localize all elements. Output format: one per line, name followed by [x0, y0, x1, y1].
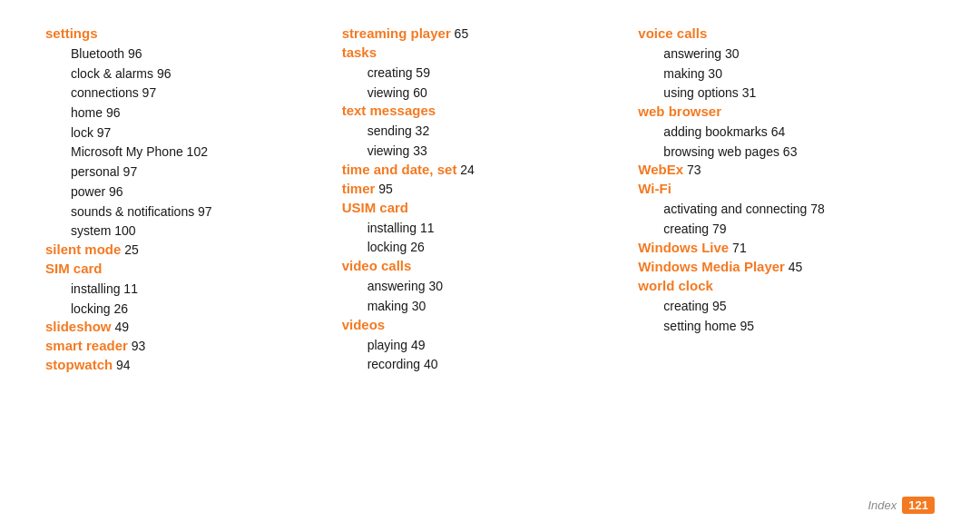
category-label: silent mode	[45, 241, 121, 257]
footer-page: 121	[902, 497, 935, 514]
category-label: Windows Media Player	[638, 259, 785, 274]
category-label: video calls	[342, 258, 412, 273]
sub-entry: installing 11	[45, 280, 324, 300]
category-label: world clock	[638, 278, 713, 293]
category-page: 24	[456, 163, 474, 177]
category-entry: smart reader 93	[45, 338, 324, 353]
category-entry: Windows Media Player 45	[638, 259, 916, 274]
category-entry: WebEx 73	[638, 162, 916, 177]
sub-entry: locking 26	[45, 300, 324, 320]
category-entry: time and date, set 24	[342, 162, 621, 177]
category-page: 25	[121, 242, 138, 257]
category-entry: videos	[342, 317, 621, 332]
category-page: 94	[113, 358, 130, 372]
sub-entry: browsing web pages 63	[638, 143, 916, 163]
column-1: settingsBluetooth 96clock & alarms 96con…	[45, 25, 342, 489]
category-label: timer	[342, 181, 376, 196]
category-entry: streaming player 65	[342, 25, 621, 41]
category-page: 45	[785, 260, 802, 274]
category-label: Wi-Fi	[638, 181, 671, 196]
category-entry: voice calls	[638, 25, 916, 41]
category-page: 71	[729, 241, 746, 255]
category-label: time and date, set	[342, 162, 457, 177]
category-page: 49	[112, 320, 129, 334]
category-entry: settings	[45, 25, 324, 41]
sub-entry: installing 11	[342, 219, 621, 239]
sub-entry: viewing 60	[342, 84, 621, 103]
category-entry: silent mode 25	[45, 241, 324, 257]
category-entry: tasks	[342, 44, 621, 60]
sub-entry: sending 32	[342, 122, 621, 142]
footer: Index 121	[45, 489, 935, 514]
category-entry: USIM card	[342, 200, 621, 215]
sub-entry: lock 97	[45, 123, 324, 143]
column-2: streaming player 65taskscreating 59viewi…	[342, 25, 639, 489]
sub-entry: Bluetooth 96	[45, 44, 324, 64]
category-entry: SIM card	[45, 261, 324, 276]
sub-entry: creating 79	[638, 220, 916, 240]
sub-entry: answering 30	[638, 44, 916, 64]
category-page: 73	[683, 163, 701, 177]
category-entry: stopwatch 94	[45, 357, 324, 372]
sub-entry: adding bookmarks 64	[638, 123, 916, 143]
sub-entry: recording 40	[342, 355, 621, 375]
index-columns: settingsBluetooth 96clock & alarms 96con…	[45, 25, 935, 489]
category-page: 93	[128, 339, 145, 353]
category-label: videos	[342, 317, 386, 332]
category-entry: timer 95	[342, 181, 621, 196]
category-entry: web browser	[638, 103, 916, 119]
sub-entry: making 30	[342, 297, 621, 317]
category-entry: slideshow 49	[45, 319, 324, 334]
category-label: stopwatch	[45, 357, 113, 372]
category-label: smart reader	[45, 338, 128, 353]
sub-entry: viewing 33	[342, 142, 621, 162]
category-label: Windows Live	[638, 240, 729, 255]
column-3: voice callsanswering 30making 30using op…	[638, 25, 935, 489]
category-entry: Wi-Fi	[638, 181, 916, 196]
category-page: 95	[375, 182, 392, 196]
page: settingsBluetooth 96clock & alarms 96con…	[0, 0, 980, 532]
sub-entry: creating 59	[342, 64, 621, 84]
category-label: settings	[45, 25, 98, 41]
sub-entry: personal 97	[45, 163, 324, 182]
category-label: SIM card	[45, 261, 103, 276]
category-label: text messages	[342, 103, 436, 118]
category-entry: Windows Live 71	[638, 240, 916, 255]
sub-entry: activating and connecting 78	[638, 200, 916, 220]
sub-entry: connections 97	[45, 84, 324, 103]
category-label: WebEx	[638, 162, 683, 177]
category-label: USIM card	[342, 200, 408, 215]
category-entry: video calls	[342, 258, 621, 273]
sub-entry: home 96	[45, 103, 324, 123]
category-page: 65	[451, 26, 468, 41]
sub-entry: using options 31	[638, 84, 916, 103]
sub-entry: making 30	[638, 64, 916, 84]
category-entry: world clock	[638, 278, 916, 293]
sub-entry: Microsoft My Phone 102	[45, 143, 324, 163]
category-entry: text messages	[342, 103, 621, 118]
category-label: web browser	[638, 103, 721, 119]
sub-entry: locking 26	[342, 238, 621, 258]
sub-entry: answering 30	[342, 277, 621, 297]
footer-label: Index	[867, 498, 897, 512]
sub-entry: power 96	[45, 182, 324, 202]
category-label: tasks	[342, 44, 377, 60]
sub-entry: clock & alarms 96	[45, 64, 324, 84]
sub-entry: sounds & notifications 97	[45, 202, 324, 222]
sub-entry: setting home 95	[638, 317, 916, 337]
sub-entry: system 100	[45, 222, 324, 241]
category-label: voice calls	[638, 25, 707, 41]
sub-entry: playing 49	[342, 336, 621, 356]
category-label: slideshow	[45, 319, 112, 334]
sub-entry: creating 95	[638, 297, 916, 317]
category-label: streaming player	[342, 25, 451, 41]
